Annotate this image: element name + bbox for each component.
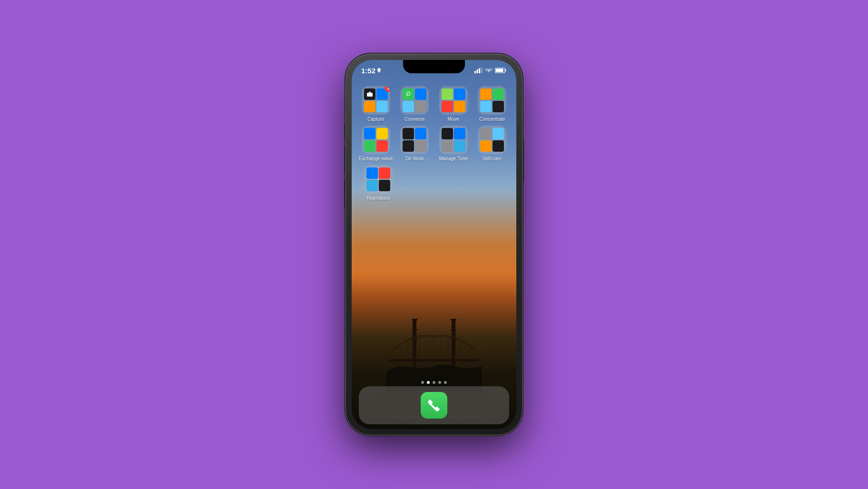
page-dots [352, 381, 516, 384]
folder-label: Capture [367, 117, 385, 122]
time-display: 1:52 [361, 67, 375, 75]
mini-app [364, 140, 375, 152]
mini-app [376, 140, 388, 152]
svg-rect-29 [369, 92, 371, 93]
mini-app [403, 140, 414, 152]
mini-app [493, 140, 504, 152]
page-dot-2[interactable] [427, 381, 430, 384]
folder-label: Exchange value [359, 156, 393, 161]
mini-app [366, 180, 378, 191]
dock [359, 386, 509, 424]
svg-rect-3 [412, 319, 417, 321]
folder-do-work[interactable]: Do Work [397, 126, 432, 161]
mini-app [379, 180, 390, 191]
folder-label: Manage Time [439, 156, 468, 161]
svg-rect-25 [505, 69, 506, 71]
svg-point-30 [407, 92, 410, 96]
mini-app [493, 101, 504, 112]
page-dot-4[interactable] [438, 381, 441, 384]
svg-rect-6 [451, 319, 456, 321]
status-icons [474, 68, 507, 73]
page-dot-1[interactable] [421, 381, 424, 384]
svg-rect-23 [481, 68, 483, 73]
folder-exchange-value[interactable]: Exchange value [359, 126, 393, 161]
mini-app [442, 88, 453, 100]
folder-label: Reproduce [367, 196, 390, 201]
svg-rect-7 [451, 329, 456, 331]
power-button[interactable] [522, 140, 524, 183]
folder-capture[interactable]: 1 Capture [359, 86, 393, 122]
folder-label: Concentrate [479, 117, 505, 122]
notch [403, 60, 465, 73]
phone-screen: 1:52 [352, 60, 516, 429]
mini-app [454, 101, 465, 112]
folder-label: Self-care [483, 156, 502, 161]
mini-app [403, 88, 414, 100]
app-row-1: 1 Capture [356, 86, 512, 122]
svg-rect-18 [389, 359, 479, 362]
mini-app [415, 140, 426, 152]
svg-rect-26 [496, 69, 503, 72]
phone-icon [426, 398, 442, 413]
folder-move[interactable]: Move [436, 86, 471, 122]
folder-label: Converse [404, 117, 425, 122]
signal-icon [474, 68, 483, 73]
status-time: 1:52 [361, 67, 381, 75]
mini-app [480, 128, 492, 139]
phone-shell: 1:52 [346, 54, 522, 435]
svg-point-19 [378, 69, 380, 70]
svg-rect-20 [474, 71, 476, 73]
folder-converse[interactable]: Converse [397, 86, 432, 122]
phone-device: 1:52 [346, 54, 522, 435]
mini-app [364, 101, 375, 112]
svg-rect-4 [412, 329, 417, 331]
folder-concentrate[interactable]: Concentrate [475, 86, 509, 122]
app-grid: 1 Capture [352, 86, 516, 205]
mini-app [376, 128, 388, 139]
app-row-3: Reproduce [356, 165, 512, 201]
dock-phone-app[interactable] [421, 392, 447, 419]
wifi-icon [485, 68, 493, 73]
mini-app [454, 140, 465, 152]
folder-manage-time[interactable]: Manage Time [436, 126, 471, 161]
mini-app [480, 88, 492, 100]
mini-app [454, 128, 465, 139]
mini-app [442, 140, 453, 152]
app-row-2: Exchange value Do Work [356, 126, 512, 161]
mini-app [454, 88, 465, 100]
mini-app [493, 128, 504, 139]
battery-icon [495, 68, 507, 73]
phone-app-icon [421, 392, 447, 419]
mini-app [415, 101, 426, 112]
location-icon [377, 68, 381, 73]
svg-rect-21 [477, 69, 478, 73]
mini-app [376, 101, 388, 112]
mini-app [403, 101, 414, 112]
mini-app [366, 167, 378, 179]
folder-label: Do Work [405, 156, 424, 161]
mini-app [442, 101, 453, 112]
mini-app [364, 88, 375, 100]
mini-app [480, 140, 492, 152]
mini-app [415, 88, 426, 100]
mini-app [379, 167, 390, 179]
mini-app [480, 101, 492, 112]
page-dot-3[interactable] [433, 381, 435, 384]
mini-app [493, 88, 504, 100]
mini-app [364, 128, 375, 139]
mini-app [415, 128, 426, 139]
folder-reproduce[interactable]: Reproduce [361, 165, 395, 201]
mini-app [403, 128, 414, 139]
folder-self-care[interactable]: Self-care [475, 126, 509, 161]
page-dot-5[interactable] [444, 381, 447, 384]
mini-app [442, 128, 453, 139]
svg-rect-22 [479, 68, 480, 74]
bridge-illustration [386, 305, 482, 391]
folder-label: Move [448, 117, 459, 122]
